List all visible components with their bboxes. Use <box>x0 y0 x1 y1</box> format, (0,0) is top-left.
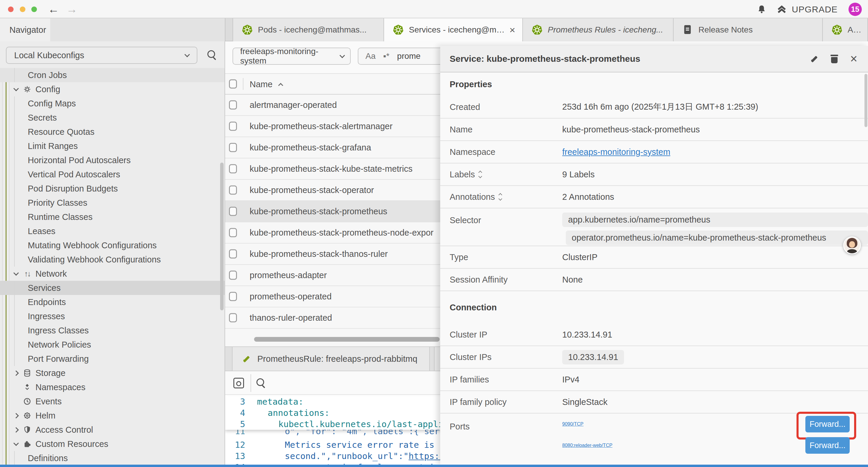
sidebar-item[interactable]: Secrets <box>0 111 225 125</box>
edit-resource-icon[interactable] <box>809 54 819 63</box>
row-checkbox[interactable] <box>229 207 237 216</box>
row-checkbox[interactable] <box>229 122 237 131</box>
row-checkbox[interactable] <box>229 143 237 152</box>
account-badge[interactable]: 15 <box>848 3 862 16</box>
row-checkbox[interactable] <box>229 313 237 322</box>
port-link[interactable]: 8080:reloader-web/TCP <box>562 443 613 448</box>
resource-tab[interactable]: Services - icecheng@math... × <box>384 18 523 41</box>
sidebar-item[interactable]: Helm <box>0 408 225 423</box>
port-link[interactable]: 9090/TCP <box>562 421 584 427</box>
match-case-toggle[interactable]: Aa <box>366 52 375 61</box>
sidebar-item[interactable]: Vertical Pod Autoscalers <box>0 167 225 181</box>
status-bar <box>0 465 868 467</box>
sidebar-item-label: Endpoints <box>28 297 66 307</box>
expander-chevron-icon[interactable] <box>13 86 19 91</box>
expand-collapse-icon[interactable] <box>499 194 502 200</box>
sidebar-item[interactable]: Config Maps <box>0 96 225 111</box>
labels-count[interactable]: 9 Labels <box>562 170 868 179</box>
tab-label: Pods - icecheng@mathmas... <box>258 25 376 35</box>
row-checkbox[interactable] <box>229 271 237 280</box>
forward-port-button[interactable]: Forward... <box>805 437 850 454</box>
sidebar-item[interactable]: Horizontal Pod Autoscalers <box>0 153 225 167</box>
minimize-window-button[interactable] <box>20 6 25 12</box>
row-checkbox[interactable] <box>229 228 237 237</box>
sidebar-item[interactable]: Custom Resources <box>0 437 225 451</box>
sidebar-item[interactable]: ↑↓ Network <box>0 267 225 281</box>
property-label: Created <box>440 102 562 112</box>
resource-tab[interactable]: Pods - icecheng@mathmas... <box>232 18 384 41</box>
sidebar-item[interactable]: Validating Webhook Configurations <box>0 253 225 267</box>
sidebar-item[interactable]: Endpoints <box>0 295 225 309</box>
namespace-link[interactable]: freeleaps-monitoring-system <box>562 147 670 157</box>
notifications-bell-icon[interactable] <box>756 4 767 15</box>
sidebar-item[interactable]: Events <box>0 394 225 408</box>
kubeconfig-selector[interactable]: Local Kubeconfigs <box>6 47 197 64</box>
assistant-avatar[interactable] <box>843 236 861 254</box>
sidebar-item[interactable]: Mutating Webhook Configurations <box>0 238 225 253</box>
expander-chevron-icon[interactable] <box>13 427 19 432</box>
sidebar-item[interactable]: Access Control <box>0 423 225 437</box>
namespace-selector[interactable]: freeleaps-monitoring-system <box>232 48 351 65</box>
filter-query-text: prome <box>397 52 421 61</box>
sidebar-item[interactable]: Config <box>0 82 225 96</box>
sidebar-item[interactable]: Namespaces <box>0 380 225 394</box>
sidebar-item[interactable]: Runtime Classes <box>0 210 225 224</box>
sidebar-item[interactable]: Ingress Classes <box>0 323 225 338</box>
sidebar-item[interactable]: Port Forwarding <box>0 352 225 366</box>
expander-chevron-icon[interactable] <box>13 370 19 376</box>
resource-tab[interactable]: Release Notes <box>674 18 823 41</box>
sidebar-scrollbar[interactable] <box>220 163 224 310</box>
editor-tab[interactable]: PrometheusRule: freeleaps-prod-rabbitmq <box>232 347 430 371</box>
panel-scrollbar[interactable] <box>864 74 867 127</box>
regex-toggle[interactable]: ▪* <box>383 52 390 61</box>
expander-chevron-icon[interactable] <box>13 440 19 446</box>
property-label: Annotations <box>450 192 495 202</box>
kind-icon <box>23 426 31 434</box>
resource-tab[interactable]: Argo Se <box>823 18 868 41</box>
sidebar-item[interactable]: Definitions <box>0 451 225 465</box>
forward-port-button[interactable]: Forward... <box>805 416 850 432</box>
upgrade-button[interactable]: UPGRADE <box>776 4 838 16</box>
sidebar-item[interactable]: Services <box>0 281 225 295</box>
expander-chevron-icon[interactable] <box>13 413 19 418</box>
resource-tab[interactable]: Prometheus Rules - icecheng... <box>523 18 674 41</box>
name-filter-input[interactable]: Aa ▪* prome <box>358 48 450 65</box>
row-checkbox[interactable] <box>229 164 237 174</box>
row-checkbox[interactable] <box>229 185 237 195</box>
editor-search-icon[interactable] <box>256 378 267 388</box>
expander-chevron-icon[interactable] <box>13 270 19 275</box>
close-window-button[interactable] <box>8 6 13 12</box>
code-text: second.","runbook_url":" <box>285 451 409 461</box>
row-checkbox[interactable] <box>229 250 237 259</box>
row-checkbox[interactable] <box>229 292 237 301</box>
sidebar-item[interactable]: Storage <box>0 366 225 380</box>
sidebar-item[interactable]: Cron Jobs <box>0 68 225 82</box>
kind-icon <box>23 369 31 377</box>
delete-resource-icon[interactable] <box>831 54 838 63</box>
maximize-window-button[interactable] <box>31 6 37 12</box>
sidebar-item[interactable]: Resource Quotas <box>0 125 225 139</box>
sidebar-item[interactable]: Limit Ranges <box>0 139 225 153</box>
sidebar-item-label: Runtime Classes <box>28 212 92 222</box>
expand-collapse-icon[interactable] <box>479 171 482 178</box>
name-column-header[interactable]: Name <box>250 74 282 95</box>
save-icon[interactable] <box>234 378 244 388</box>
close-panel-icon[interactable]: × <box>850 53 857 65</box>
property-row-ip-families: IP families IPv4 <box>440 369 868 391</box>
row-checkbox[interactable] <box>229 100 237 110</box>
sidebar-item-label: Resource Quotas <box>28 127 95 137</box>
sidebar-item[interactable]: Leases <box>0 224 225 238</box>
close-tab-icon[interactable]: × <box>509 25 515 35</box>
sidebar-item-label: Horizontal Pod Autoscalers <box>28 155 131 165</box>
horizontal-scrollbar[interactable] <box>254 337 440 342</box>
sidebar-controls: Local Kubeconfigs <box>0 41 225 68</box>
sidebar-item[interactable]: Priority Classes <box>0 196 225 210</box>
navigator-panel-tab[interactable]: Navigator <box>0 18 50 41</box>
sidebar-item[interactable]: Ingresses <box>0 309 225 323</box>
sidebar-item[interactable]: Pod Disruption Budgets <box>0 181 225 196</box>
kind-icon <box>23 397 31 406</box>
sidebar-item[interactable]: Network Policies <box>0 338 225 352</box>
select-all-checkbox[interactable] <box>229 80 237 89</box>
annotations-count[interactable]: 2 Annotations <box>562 192 868 202</box>
back-arrow-icon[interactable]: ← <box>48 2 59 17</box>
